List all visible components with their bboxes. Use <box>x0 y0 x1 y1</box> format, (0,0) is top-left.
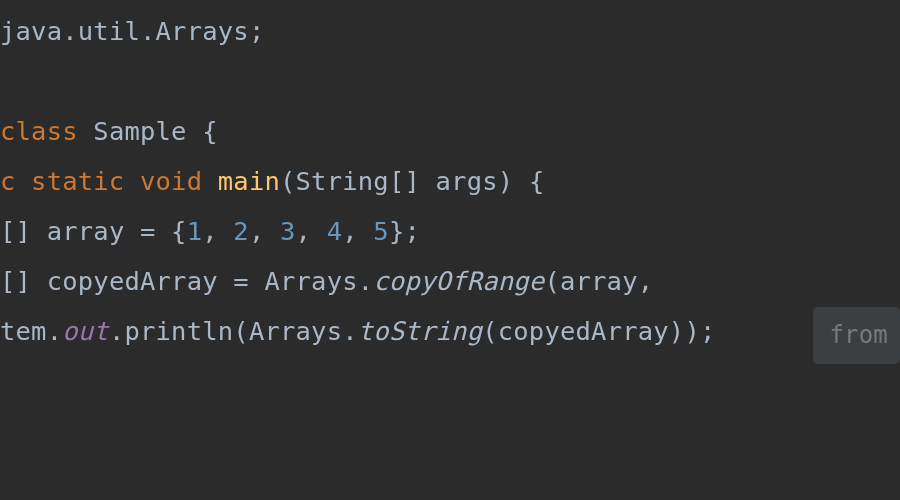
hint-label: from <box>829 321 888 349</box>
field-out: out <box>62 316 109 346</box>
class-arrays: Arrays <box>249 316 342 346</box>
method-copyofrange: copyOfRange <box>373 266 544 296</box>
keyword-class: class <box>0 116 78 146</box>
var-copyed: copyedArray <box>47 266 218 296</box>
code-line-5[interactable]: [] array = {1, 2, 3, 4, 5}; <box>0 206 900 256</box>
code-line-7[interactable]: tem.out.println(Arrays.toString(copyedAr… <box>0 306 900 356</box>
code-line-4[interactable]: c static void main(String[] args) { <box>0 156 900 206</box>
code-line-1[interactable]: java.util.Arrays; <box>0 6 900 56</box>
code-line-6[interactable]: [] copyedArray = Arrays.copyOfRange(arra… <box>0 256 900 306</box>
method-println: println <box>124 316 233 346</box>
var-array: array <box>47 216 125 246</box>
pkg-segment: java <box>0 16 62 46</box>
arg-copyed: copyedArray <box>498 316 669 346</box>
arg-array: array <box>560 266 638 296</box>
param-name: args <box>436 166 498 196</box>
modifier: c <box>0 166 31 196</box>
param-type: String[] <box>296 166 420 196</box>
arr-type: [] <box>0 266 31 296</box>
blank-line[interactable] <box>0 56 900 106</box>
keyword-void: void <box>140 166 202 196</box>
method-main: main <box>218 166 280 196</box>
class-name: Sample <box>93 116 186 146</box>
pkg-segment: Arrays <box>156 16 249 46</box>
class-arrays: Arrays <box>264 266 357 296</box>
parameter-hint[interactable]: from <box>813 307 900 364</box>
arr-type: [] <box>0 216 31 246</box>
brace: { <box>187 116 218 146</box>
method-tostring: toString <box>358 316 482 346</box>
code-line-3[interactable]: class Sample { <box>0 106 900 156</box>
pkg-segment: util <box>78 16 140 46</box>
keyword-static: static <box>31 166 124 196</box>
